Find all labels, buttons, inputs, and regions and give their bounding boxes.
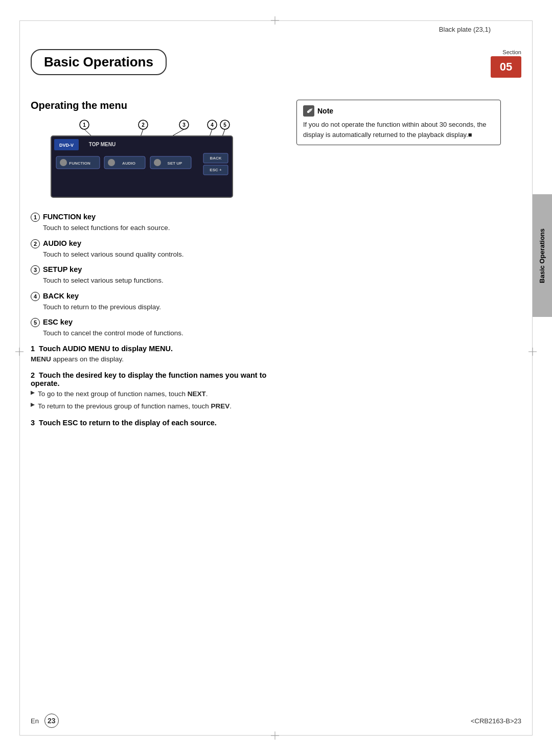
svg-text:5: 5 — [223, 122, 226, 128]
menu-diagram: 1 2 3 4 5 — [31, 119, 281, 200]
list-item: 1 FUNCTION key Touch to select functions… — [31, 213, 281, 233]
sidebar-tab-label: Basic Operations — [538, 228, 547, 283]
svg-text:FUNCTION: FUNCTION — [69, 161, 90, 166]
list-item: 4 BACK key Touch to return to the previo… — [31, 292, 281, 312]
sidebar-tab: Basic Operations — [533, 194, 552, 317]
svg-text:4: 4 — [211, 122, 214, 128]
step-2-heading: 2 Touch the desired key to display the f… — [31, 371, 281, 387]
section-badge-area: Section 05 — [491, 49, 521, 78]
item-num-2: 2 — [31, 239, 40, 248]
content-left: Operating the menu 1 2 3 4 5 — [31, 100, 281, 434]
section-heading: Operating the menu — [31, 100, 281, 111]
bullet-text-1: To go to the next group of function name… — [38, 389, 208, 399]
bullet-text-2: To return to the previous group of funct… — [38, 401, 232, 411]
svg-text:BACK: BACK — [210, 156, 221, 161]
footer-center: <CRB2163-B>23 — [471, 717, 521, 725]
crosshair-right-mid — [528, 348, 537, 356]
border-right — [532, 20, 533, 736]
note-header: ✐ Note — [303, 105, 494, 117]
item-num-1: 1 — [31, 213, 40, 222]
svg-text:3: 3 — [182, 122, 186, 128]
step-1-heading: 1 Touch AUDIO MENU to display MENU. — [31, 345, 281, 353]
item-title-2: AUDIO key — [43, 239, 81, 247]
svg-line-14 — [222, 129, 225, 136]
list-item: 5 ESC key Touch to cancel the control mo… — [31, 318, 281, 338]
bullet-2: To return to the previous group of funct… — [31, 401, 281, 411]
callout-svg: 1 2 3 4 5 — [41, 119, 235, 200]
item-desc-3: Touch to select various setup functions. — [43, 276, 281, 286]
note-text: If you do not operate the function withi… — [303, 120, 494, 140]
item-desc-4: Touch to return to the previous display. — [43, 302, 281, 312]
footer-page-num: 23 — [44, 714, 59, 728]
title-box: Basic Operations — [31, 49, 245, 75]
item-title-3: SETUP key — [43, 265, 82, 273]
plate-text: Black plate (23,1) — [439, 26, 491, 33]
svg-point-20 — [60, 159, 67, 166]
step-1: 1 Touch AUDIO MENU to display MENU. MENU… — [31, 345, 281, 364]
note-icon: ✐ — [303, 105, 314, 117]
item-num-5: 5 — [31, 318, 40, 327]
step-3: 3 Touch ESC to return to the display of … — [31, 419, 281, 427]
content-right: ✐ Note If you do not operate the functio… — [296, 100, 501, 153]
item-num-4: 4 — [31, 292, 40, 301]
step-3-heading: 3 Touch ESC to return to the display of … — [31, 419, 281, 427]
list-item: 3 SETUP key Touch to select various setu… — [31, 265, 281, 286]
svg-line-11 — [141, 129, 143, 136]
svg-text:SET UP: SET UP — [168, 161, 183, 166]
svg-line-10 — [84, 129, 92, 136]
list-item: 2 AUDIO key Touch to select various soun… — [31, 239, 281, 260]
items-list: 1 FUNCTION key Touch to select functions… — [31, 213, 281, 338]
bullet-icon-1 — [31, 391, 35, 395]
svg-text:AUDIO: AUDIO — [122, 161, 135, 166]
footer: En 23 <CRB2163-B>23 — [31, 714, 521, 728]
svg-text:TOP MENU: TOP MENU — [89, 142, 116, 147]
crosshair-bottom-center — [271, 731, 279, 740]
svg-text:2: 2 — [142, 122, 145, 128]
bullet-1: To go to the next group of function name… — [31, 389, 281, 399]
item-desc-5: Touch to cancel the control mode of func… — [43, 328, 281, 338]
svg-point-26 — [154, 159, 161, 166]
item-title-4: BACK key — [43, 292, 79, 300]
item-title-1: FUNCTION key — [43, 213, 96, 221]
step-2-body: To go to the next group of function name… — [31, 389, 281, 411]
note-box: ✐ Note If you do not operate the functio… — [296, 100, 501, 145]
item-title-5: ESC key — [43, 318, 73, 326]
crosshair-left-mid — [15, 348, 24, 356]
svg-line-13 — [210, 129, 212, 136]
item-num-3: 3 — [31, 265, 40, 274]
svg-line-12 — [171, 129, 184, 136]
svg-point-23 — [108, 159, 115, 166]
note-label: Note — [317, 107, 333, 115]
item-desc-1: Touch to select functions for each sourc… — [43, 223, 281, 233]
footer-en: En 23 — [31, 714, 59, 728]
step-2: 2 Touch the desired key to display the f… — [31, 371, 281, 411]
section-badge: 05 — [491, 56, 521, 78]
item-desc-2: Touch to select various sound quality co… — [43, 249, 281, 260]
page-title: Basic Operations — [44, 54, 153, 70]
title-outline: Basic Operations — [31, 49, 167, 75]
crosshair-top-center — [271, 16, 279, 25]
step-1-body: MENU appears on the display. — [31, 354, 281, 364]
border-left — [19, 20, 20, 736]
svg-text:1: 1 — [83, 122, 86, 128]
svg-text:ESC +: ESC + — [210, 168, 222, 172]
section-label: Section — [502, 49, 521, 55]
steps-section: 1 Touch AUDIO MENU to display MENU. MENU… — [31, 345, 281, 427]
bullet-icon-2 — [31, 403, 35, 407]
svg-text:DVD-V: DVD-V — [59, 143, 74, 148]
